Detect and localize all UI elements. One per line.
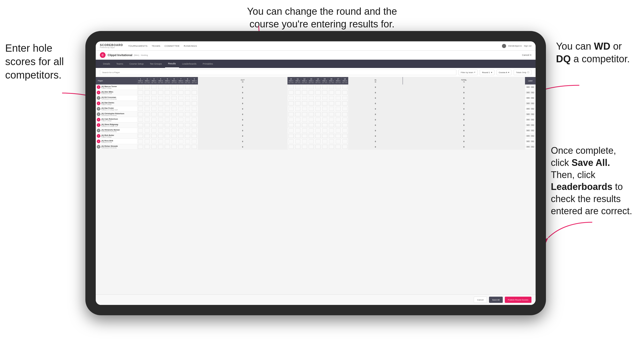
score-h5[interactable]: [164, 112, 171, 117]
score-input-h5[interactable]: [165, 101, 170, 105]
score-input-h12[interactable]: [302, 118, 307, 122]
score-input-h2[interactable]: [145, 134, 150, 138]
score-h17[interactable]: [335, 101, 342, 106]
score-h14[interactable]: [315, 122, 321, 128]
score-input-h14[interactable]: [315, 128, 321, 133]
score-input-h13[interactable]: [309, 90, 314, 95]
score-h14[interactable]: [315, 112, 321, 117]
score-input-h8[interactable]: [185, 90, 190, 95]
score-input-h17[interactable]: [336, 128, 341, 133]
score-h7[interactable]: [177, 84, 184, 90]
score-input-h14[interactable]: [315, 139, 321, 143]
score-input-h18[interactable]: [342, 112, 347, 116]
score-h3[interactable]: [151, 128, 157, 133]
score-h2[interactable]: [144, 122, 151, 128]
score-h10[interactable]: [288, 101, 294, 106]
score-h10[interactable]: [288, 95, 294, 101]
tab-course-setup[interactable]: Course Setup: [126, 60, 147, 68]
dq-button[interactable]: DQ: [531, 124, 535, 126]
score-h11[interactable]: [294, 122, 301, 128]
tab-tee-groups[interactable]: Tee Groups: [147, 60, 165, 68]
score-h17[interactable]: [335, 139, 342, 144]
score-input-h13[interactable]: [309, 139, 314, 143]
score-input-h8[interactable]: [185, 139, 190, 143]
score-input-h16[interactable]: [329, 118, 334, 122]
score-input-h4[interactable]: [158, 134, 163, 138]
score-h4[interactable]: [157, 117, 164, 122]
score-input-h6[interactable]: [172, 112, 177, 116]
score-input-h1[interactable]: [138, 139, 143, 143]
cancel-button[interactable]: Cancel: [474, 297, 487, 303]
score-input-h10[interactable]: [288, 123, 294, 127]
score-h17[interactable]: [335, 128, 342, 133]
score-h17[interactable]: [335, 117, 342, 122]
score-input-h2[interactable]: [145, 139, 150, 143]
score-h13[interactable]: [308, 117, 315, 122]
score-h8[interactable]: [184, 122, 191, 128]
score-h2[interactable]: [144, 133, 151, 139]
course-selector[interactable]: Course A ▾: [497, 70, 512, 75]
score-input-h15[interactable]: [322, 96, 327, 100]
score-h17[interactable]: [335, 90, 342, 95]
score-h9[interactable]: [191, 128, 198, 133]
score-input-h16[interactable]: [329, 96, 334, 100]
dq-button[interactable]: DQ: [531, 108, 535, 110]
wd-button[interactable]: WD: [526, 102, 530, 104]
score-input-h10[interactable]: [288, 139, 294, 143]
score-h6[interactable]: [171, 117, 177, 122]
score-input-h6[interactable]: [172, 101, 177, 105]
score-input-h3[interactable]: [151, 123, 157, 127]
score-h12[interactable]: [301, 95, 308, 101]
score-input-h7[interactable]: [178, 123, 183, 127]
score-input-h12[interactable]: [302, 112, 307, 116]
score-input-h3[interactable]: [151, 139, 157, 143]
score-h17[interactable]: [335, 144, 342, 150]
score-h3[interactable]: [151, 95, 157, 101]
score-input-h7[interactable]: [178, 134, 183, 138]
score-input-h18[interactable]: [342, 90, 347, 95]
score-input-h17[interactable]: [336, 145, 341, 149]
score-input-h4[interactable]: [158, 145, 163, 149]
score-h15[interactable]: [321, 128, 328, 133]
score-input-h2[interactable]: [145, 90, 150, 95]
score-input-h5[interactable]: [165, 96, 170, 100]
score-h9[interactable]: [191, 122, 198, 128]
score-h9[interactable]: [191, 133, 198, 139]
dq-button[interactable]: DQ: [531, 140, 535, 142]
score-h14[interactable]: [315, 117, 321, 122]
score-h9[interactable]: [191, 101, 198, 106]
score-h16[interactable]: [328, 122, 335, 128]
score-h10[interactable]: [288, 139, 294, 144]
score-h2[interactable]: [144, 117, 151, 122]
score-h18[interactable]: [342, 106, 348, 112]
publish-button[interactable]: Publish Round Scores: [505, 297, 531, 303]
wd-button[interactable]: WD: [526, 113, 530, 115]
score-h3[interactable]: [151, 144, 157, 150]
score-input-h7[interactable]: [178, 101, 183, 105]
score-h18[interactable]: [342, 90, 348, 95]
score-h9[interactable]: [191, 90, 198, 95]
score-input-h12[interactable]: [302, 128, 307, 133]
score-h10[interactable]: [288, 90, 294, 95]
score-input-h17[interactable]: [336, 134, 341, 138]
score-h18[interactable]: [342, 112, 348, 117]
score-input-h7[interactable]: [178, 107, 183, 111]
score-input-h10[interactable]: [288, 112, 294, 116]
score-input-h18[interactable]: [342, 134, 347, 138]
score-input-h8[interactable]: [185, 112, 190, 116]
score-h15[interactable]: [321, 106, 328, 112]
score-h7[interactable]: [177, 128, 184, 133]
score-h7[interactable]: [177, 122, 184, 128]
score-input-h1[interactable]: [138, 107, 143, 111]
score-input-h8[interactable]: [185, 118, 190, 122]
score-input-h14[interactable]: [315, 107, 321, 111]
score-input-h3[interactable]: [151, 85, 157, 89]
score-input-h13[interactable]: [309, 128, 314, 133]
score-input-h4[interactable]: [158, 85, 163, 89]
score-input-h2[interactable]: [145, 85, 150, 89]
score-h15[interactable]: [321, 139, 328, 144]
score-h14[interactable]: [315, 106, 321, 112]
score-input-h5[interactable]: [165, 107, 170, 111]
score-input-h17[interactable]: [336, 123, 341, 127]
score-h15[interactable]: [321, 133, 328, 139]
